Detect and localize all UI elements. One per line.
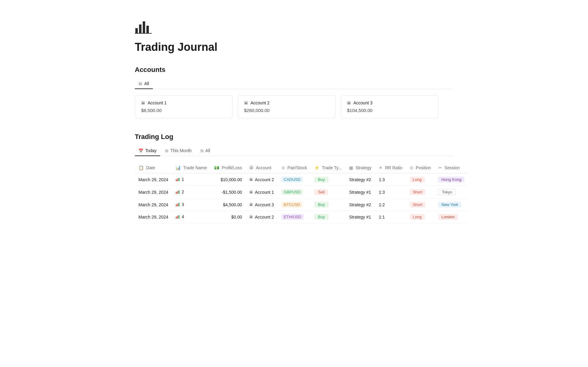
cell-strategy-0: Strategy #2 bbox=[345, 174, 375, 186]
cell-pair-0: CADUSD bbox=[278, 174, 311, 186]
cell-date-3: March 29, 2024 bbox=[135, 211, 172, 223]
account-card-1-title: 🏛 Account 1 bbox=[141, 100, 226, 105]
cell-position-2: Short bbox=[406, 199, 435, 211]
grid-strategy-icon: ▦ bbox=[349, 165, 353, 170]
svg-rect-13 bbox=[177, 204, 178, 206]
bank-icon-card2: 🏛 bbox=[244, 101, 248, 105]
trade-table: 📋 Date 📊 Trade Name 💵 Profit/Loss 🏛 Acco… bbox=[135, 162, 468, 223]
trade-chart-icon bbox=[175, 202, 180, 207]
trade-chart-icon bbox=[175, 177, 180, 182]
svg-rect-0 bbox=[135, 28, 138, 33]
cell-profit-1: -$1,500.00 bbox=[210, 186, 246, 199]
accounts-section: Accounts 🏛 All 🏛 Account 1 $8,500.00 🏛 A… bbox=[135, 66, 453, 118]
bank-icon-card1: 🏛 bbox=[141, 101, 145, 105]
cell-rr-ratio-2: 1:2 bbox=[375, 199, 406, 211]
trading-log-tabs: 📅 Today ⊞ This Month ⊞ All bbox=[135, 146, 453, 156]
cell-position-3: Long bbox=[406, 211, 435, 223]
cell-account-0: 🏛 Account 2 bbox=[246, 174, 277, 186]
svg-rect-1 bbox=[139, 24, 141, 33]
col-trade-type: ⚡ Trade Ty... bbox=[311, 162, 345, 174]
bank-cell-icon: 🏛 bbox=[249, 203, 253, 207]
tab-all[interactable]: ⊞ All bbox=[197, 146, 214, 156]
table-row[interactable]: March 29, 2024 4 $0.00 🏛 Account 2 bbox=[135, 211, 468, 223]
trade-chart-icon bbox=[175, 215, 180, 219]
tab-accounts-all[interactable]: 🏛 All bbox=[135, 79, 153, 89]
cell-position-0: Long bbox=[406, 174, 435, 186]
account-card-1[interactable]: 🏛 Account 1 $8,500.00 bbox=[135, 95, 233, 118]
svg-rect-5 bbox=[135, 33, 136, 34]
svg-rect-6 bbox=[176, 179, 177, 181]
table-header-row: 📋 Date 📊 Trade Name 💵 Profit/Loss 🏛 Acco… bbox=[135, 162, 468, 174]
bank-icon-card3: 🏛 bbox=[347, 101, 351, 105]
cell-profit-3: $0.00 bbox=[210, 211, 246, 223]
account-card-3-value: $104,500.00 bbox=[347, 108, 432, 113]
calendar-icon-today: 📅 bbox=[138, 148, 143, 153]
bank-cell-icon: 🏛 bbox=[249, 215, 253, 219]
grid-icon-all: ⊞ bbox=[200, 148, 204, 153]
col-session: ✂ Session bbox=[435, 162, 468, 174]
circle-col-icon: ⊙ bbox=[281, 165, 285, 170]
cell-rr-ratio-3: 1:1 bbox=[375, 211, 406, 223]
svg-rect-10 bbox=[177, 191, 178, 194]
col-date: 📋 Date bbox=[135, 162, 172, 174]
logo bbox=[135, 18, 453, 41]
cell-date-0: March 29, 2024 bbox=[135, 174, 172, 186]
grid-icon-month: ⊞ bbox=[165, 148, 168, 153]
table-row[interactable]: March 29, 2024 3 $4,500.00 🏛 Account 3 bbox=[135, 199, 468, 211]
cell-trade-type-2: Buy bbox=[311, 199, 345, 211]
cell-rr-ratio-1: 1:3 bbox=[375, 186, 406, 199]
cell-trade-name-3: 4 bbox=[172, 211, 210, 223]
cell-pair-3: ETH/USD bbox=[278, 211, 311, 223]
cell-date-1: March 29, 2024 bbox=[135, 186, 172, 199]
account-card-3-title: 🏛 Account 3 bbox=[347, 100, 432, 105]
rr-col-icon: ✳ bbox=[379, 165, 383, 170]
trade-chart-icon bbox=[175, 190, 180, 194]
cell-account-3: 🏛 Account 2 bbox=[246, 211, 277, 223]
calendar-col-icon: 📋 bbox=[138, 165, 144, 170]
bank-cell-icon: 🏛 bbox=[249, 190, 253, 194]
table-row[interactable]: March 29, 2024 1 $10,000.00 🏛 Account 2 bbox=[135, 174, 468, 186]
scissors-col-icon: ✂ bbox=[438, 165, 442, 170]
cell-session-1: Tokyo bbox=[435, 186, 468, 199]
svg-rect-3 bbox=[146, 26, 149, 33]
col-account: 🏛 Account bbox=[246, 162, 277, 174]
cell-date-2: March 29, 2024 bbox=[135, 199, 172, 211]
svg-rect-17 bbox=[179, 215, 179, 219]
page-title: Trading Journal bbox=[135, 41, 453, 54]
cell-account-2: 🏛 Account 3 bbox=[246, 199, 277, 211]
tab-today[interactable]: 📅 Today bbox=[135, 146, 160, 156]
cell-trade-name-0: 1 bbox=[172, 174, 210, 186]
cell-session-0: Hong Kong bbox=[435, 174, 468, 186]
money-col-icon: 💵 bbox=[214, 165, 219, 170]
account-card-3[interactable]: 🏛 Account 3 $104,500.00 bbox=[341, 95, 439, 118]
col-rr-ratio: ✳ RR Ratio bbox=[375, 162, 406, 174]
svg-rect-11 bbox=[179, 190, 179, 194]
account-card-2-value: $260,000.00 bbox=[244, 108, 329, 113]
cell-trade-type-3: Buy bbox=[311, 211, 345, 223]
cell-pair-2: BTCUSD bbox=[278, 199, 311, 211]
col-position: ⊙ Position bbox=[406, 162, 435, 174]
svg-rect-2 bbox=[143, 21, 145, 33]
cell-position-1: Short bbox=[406, 186, 435, 199]
account-card-1-value: $8,500.00 bbox=[141, 108, 226, 113]
cell-strategy-2: Strategy #2 bbox=[345, 199, 375, 211]
col-trade-name: 📊 Trade Name bbox=[172, 162, 210, 174]
trading-log-section: Trading Log 📅 Today ⊞ This Month ⊞ All 📋 bbox=[135, 133, 453, 223]
bank-cell-icon: 🏛 bbox=[249, 178, 253, 182]
chart-col-icon: 📊 bbox=[175, 165, 181, 170]
page-container: Trading Journal Accounts 🏛 All 🏛 Account… bbox=[110, 0, 478, 242]
cell-trade-name-1: 2 bbox=[172, 186, 210, 199]
svg-rect-8 bbox=[179, 178, 179, 181]
account-card-2[interactable]: 🏛 Account 2 $260,000.00 bbox=[238, 95, 336, 118]
col-strategy: ▦ Strategy bbox=[345, 162, 375, 174]
cell-strategy-1: Strategy #1 bbox=[345, 186, 375, 199]
accounts-grid: 🏛 Account 1 $8,500.00 🏛 Account 2 $260,0… bbox=[135, 95, 453, 118]
bank-icon: 🏛 bbox=[138, 81, 142, 86]
tab-this-month[interactable]: ⊞ This Month bbox=[161, 146, 195, 156]
table-row[interactable]: March 29, 2024 2 -$1,500.00 🏛 Account 1 bbox=[135, 186, 468, 199]
cell-profit-2: $4,500.00 bbox=[210, 199, 246, 211]
cell-session-2: New York bbox=[435, 199, 468, 211]
cell-strategy-3: Strategy #1 bbox=[345, 211, 375, 223]
trading-log-title: Trading Log bbox=[135, 133, 453, 141]
cell-trade-name-2: 3 bbox=[172, 199, 210, 211]
